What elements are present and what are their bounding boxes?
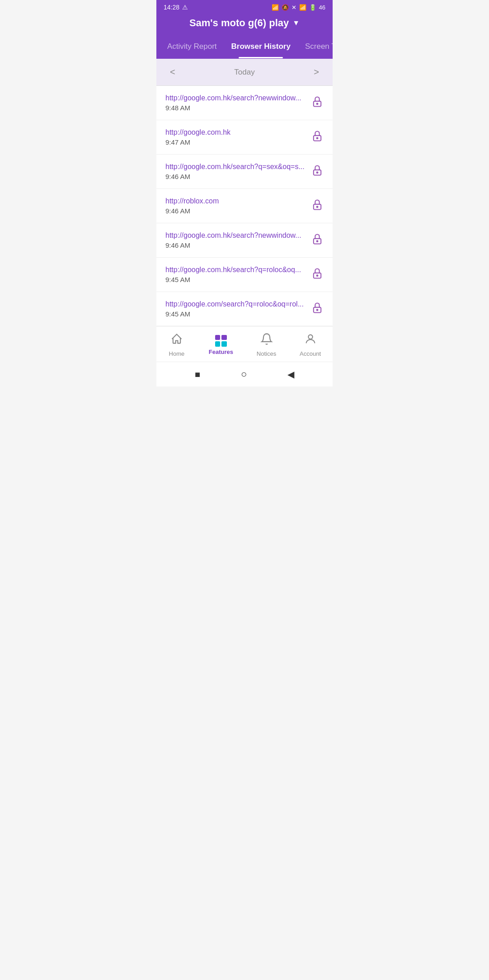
nav-features-label: Features (209, 349, 233, 355)
lock-icon (311, 302, 324, 317)
history-time: 9:48 AM (165, 104, 306, 112)
bottom-nav: Home Features Notices Account (156, 326, 333, 362)
tab-bar: Activity Report Browser History Screen T… (156, 35, 333, 59)
android-square-button[interactable]: ■ (195, 369, 200, 380)
svg-point-15 (308, 335, 312, 339)
android-circle-button[interactable]: ○ (241, 368, 247, 380)
history-item[interactable]: http://google.com.hk/search?q=sex&oq=s..… (156, 155, 333, 189)
svg-point-1 (317, 103, 318, 104)
history-time: 9:46 AM (165, 207, 306, 215)
battery-icon: 🔋 (309, 4, 316, 11)
android-nav-bar: ■ ○ ◀ (156, 362, 333, 386)
history-content: http://roblox.com 9:46 AM (165, 197, 306, 215)
history-url: http://roblox.com (165, 197, 306, 205)
history-time: 9:46 AM (165, 173, 306, 180)
lock-icon (311, 164, 324, 179)
features-icon (215, 335, 227, 347)
current-date-label: Today (234, 68, 254, 77)
history-item[interactable]: http://google.com.hk/search?newwindow...… (156, 223, 333, 258)
history-content: http://google.com/search?q=roloc&oq=rol.… (165, 300, 306, 318)
history-url: http://google.com.hk (165, 128, 306, 137)
tab-activity-report[interactable]: Activity Report (160, 36, 224, 58)
lock-icon (311, 198, 324, 214)
nav-notices-label: Notices (257, 350, 276, 357)
history-time: 9:45 AM (165, 310, 306, 318)
history-url: http://google.com.hk/search?newwindow... (165, 94, 306, 102)
lock-icon (311, 130, 324, 145)
warning-icon: ⚠ (182, 4, 188, 11)
nav-home[interactable]: Home (161, 331, 193, 359)
history-time: 9:46 AM (165, 241, 306, 249)
svg-point-9 (317, 240, 318, 242)
history-list: http://google.com.hk/search?newwindow...… (156, 86, 333, 326)
history-time: 9:47 AM (165, 138, 306, 146)
lock-icon (311, 95, 324, 111)
lock-icon (311, 267, 324, 283)
home-icon (170, 333, 183, 349)
nav-notices[interactable]: Notices (249, 331, 283, 359)
history-content: http://google.com.hk/search?q=sex&oq=s..… (165, 163, 306, 180)
close-icon: ✕ (292, 4, 296, 11)
svg-point-5 (317, 172, 318, 173)
history-item[interactable]: http://google.com.hk/search?newwindow...… (156, 86, 333, 120)
history-item[interactable]: http://google.com/search?q=roloc&oq=rol.… (156, 292, 333, 326)
history-url: http://google.com/search?q=roloc&oq=rol.… (165, 300, 306, 308)
status-time: 14:28 (164, 4, 179, 11)
device-name: Sam's moto g(6) play (189, 17, 289, 29)
history-content: http://google.com.hk 9:47 AM (165, 128, 306, 146)
history-content: http://google.com.hk/search?newwindow...… (165, 231, 306, 249)
history-url: http://google.com.hk/search?q=roloc&oq..… (165, 266, 306, 274)
nav-account[interactable]: Account (292, 331, 328, 359)
prev-date-button[interactable]: < (165, 65, 180, 79)
status-left: 14:28 ⚠ (164, 4, 188, 11)
wifi-icon: 📶 (299, 4, 306, 11)
nav-features[interactable]: Features (202, 333, 240, 357)
status-bar: 14:28 ⚠ 📶 🔕 ✕ 📶 🔋 46 (156, 0, 333, 14)
svg-point-13 (317, 309, 318, 311)
history-time: 9:45 AM (165, 276, 306, 283)
history-url: http://google.com.hk/search?q=sex&oq=s..… (165, 163, 306, 171)
mute-icon: 🔕 (282, 4, 289, 11)
history-content: http://google.com.hk/search?q=roloc&oq..… (165, 266, 306, 283)
battery-level: 46 (319, 4, 325, 11)
history-item[interactable]: http://google.com.hk 9:47 AM (156, 120, 333, 155)
nav-home-label: Home (169, 350, 185, 357)
history-item[interactable]: http://google.com.hk/search?q=roloc&oq..… (156, 258, 333, 292)
tab-browser-history[interactable]: Browser History (224, 36, 298, 58)
bluetooth-icon: 📶 (272, 4, 279, 11)
svg-point-3 (317, 137, 318, 139)
nav-account-label: Account (300, 350, 321, 357)
svg-point-11 (317, 275, 318, 276)
history-item[interactable]: http://roblox.com 9:46 AM (156, 189, 333, 223)
history-content: http://google.com.hk/search?newwindow...… (165, 94, 306, 112)
notices-icon (260, 333, 273, 349)
next-date-button[interactable]: > (309, 65, 324, 79)
device-header[interactable]: Sam's moto g(6) play ▼ (156, 14, 333, 35)
svg-point-7 (317, 206, 318, 207)
account-icon (304, 333, 317, 349)
dropdown-arrow-icon: ▼ (292, 19, 300, 27)
tab-screen-time[interactable]: Screen Time (298, 36, 333, 58)
lock-icon (311, 233, 324, 248)
date-navigator: < Today > (156, 59, 333, 86)
status-right: 📶 🔕 ✕ 📶 🔋 46 (272, 4, 325, 11)
android-back-button[interactable]: ◀ (287, 369, 294, 380)
history-url: http://google.com.hk/search?newwindow... (165, 231, 306, 240)
